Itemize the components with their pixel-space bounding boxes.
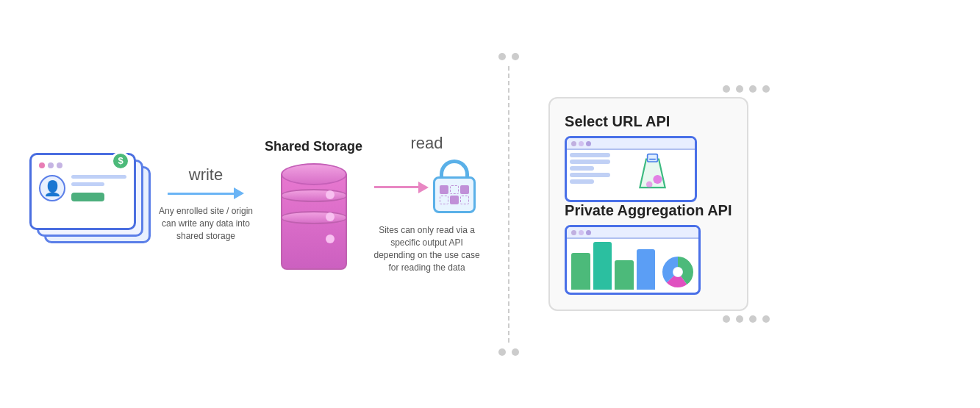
db-top (281, 163, 347, 185)
lock-icon (429, 156, 480, 218)
lock-cell-2 (450, 185, 459, 194)
read-label: read (411, 134, 443, 153)
chart-body (567, 239, 698, 293)
shared-storage-section: Shared Storage (265, 139, 362, 270)
lock-cell-5 (450, 196, 459, 204)
db-body (281, 174, 347, 270)
chart-top-bar (567, 227, 698, 239)
lock-cell-3 (460, 185, 469, 194)
top-dots (498, 53, 519, 60)
bar-2 (593, 242, 612, 290)
right-panel-outer: Select URL API (534, 75, 951, 333)
read-arrow (374, 182, 429, 193)
bline-1 (570, 153, 610, 157)
browser-card-select-url (565, 136, 697, 202)
select-url-api-item: Select URL API (565, 113, 732, 202)
svg-point-3 (646, 182, 653, 188)
pbd-4 (762, 315, 770, 323)
pbd-3 (749, 315, 757, 323)
browser-dot-1 (571, 141, 576, 146)
write-label: write (189, 165, 223, 185)
lock-cell-4 (440, 196, 448, 204)
write-arrow (168, 187, 244, 199)
read-arrow-line (374, 186, 418, 188)
db-dot-1 (326, 190, 335, 199)
chart-dot-3 (586, 230, 591, 235)
right-panel: Select URL API (548, 97, 748, 311)
dot-1 (48, 162, 54, 168)
lock-cell-1 (440, 185, 448, 194)
db-dot-3 (326, 235, 335, 243)
card-body: 👤 (39, 175, 126, 201)
bline-4 (570, 173, 610, 177)
bline-5 (570, 179, 594, 184)
select-url-api-title: Select URL API (565, 113, 732, 130)
read-arrow-head (418, 182, 429, 193)
svg-rect-1 (648, 154, 658, 162)
lock-body (433, 176, 476, 213)
line-2 (71, 182, 104, 186)
bline-2 (570, 160, 610, 164)
flask-icon (632, 153, 673, 197)
diagram-container: 👤 $ write Any enrolled site / origin can… (0, 0, 980, 408)
ptd-1 (723, 85, 730, 93)
pbd-2 (736, 315, 743, 323)
svg-point-2 (653, 175, 662, 184)
bottom-dots (498, 348, 519, 356)
dot-2 (57, 162, 62, 168)
panel-bottom-dots (541, 315, 951, 323)
chart-dot-1 (571, 230, 576, 235)
card-stack: 👤 $ (29, 153, 154, 248)
db-cylinder (281, 163, 347, 270)
read-arrow-lock (374, 156, 480, 218)
svg-point-9 (673, 268, 682, 276)
browser-sidebar (570, 153, 610, 197)
read-lock-section: read Sites ca (373, 134, 480, 273)
flask-area (613, 153, 692, 197)
bar-4 (637, 249, 656, 290)
ptd-2 (736, 85, 743, 93)
browser-dot-3 (586, 141, 591, 146)
write-arrow-head (234, 187, 244, 199)
card-front: 👤 $ (29, 153, 136, 230)
dot-bl (498, 348, 506, 356)
pbd-1 (723, 315, 730, 323)
dashed-line (508, 66, 509, 343)
read-description: Sites can only read via a specific outpu… (373, 224, 480, 273)
write-description: Any enrolled site / origin can write any… (158, 205, 254, 242)
write-arrow-section: write Any enrolled site / origin can wri… (158, 165, 254, 242)
bar-1 (571, 253, 590, 290)
avatar: 👤 (39, 175, 65, 201)
card-stack-section: 👤 $ (29, 153, 154, 256)
ptd-3 (749, 85, 757, 93)
dot-tr (512, 53, 519, 60)
bline-3 (570, 166, 594, 171)
user-icon: 👤 (43, 179, 62, 197)
db-band-2 (281, 211, 347, 224)
browser-body (567, 150, 695, 200)
chart-card-private-agg (565, 225, 701, 295)
divider (498, 50, 519, 359)
dot-br (512, 348, 519, 356)
browser-top-bar (567, 138, 695, 150)
db-band-1 (281, 189, 347, 202)
pie-chart (661, 255, 694, 288)
dot-tl (498, 53, 506, 60)
card-lines (71, 175, 126, 201)
svg-marker-0 (640, 160, 665, 188)
private-aggregation-api-title: Private Aggregation API (565, 202, 732, 219)
chart-dot-2 (579, 230, 584, 235)
pie-svg (661, 255, 695, 289)
line-1 (71, 175, 126, 179)
lock-cell-6 (460, 196, 469, 204)
write-arrow-line (168, 193, 234, 195)
bar-3 (615, 260, 634, 290)
storage-title: Shared Storage (265, 139, 362, 154)
panel-top-dots (541, 85, 951, 93)
dollar-coin: $ (111, 151, 130, 171)
ptd-4 (762, 85, 770, 93)
card-button (71, 193, 104, 201)
lock-pattern (437, 182, 472, 207)
browser-dot-2 (579, 141, 584, 146)
db-dot-2 (326, 212, 335, 221)
